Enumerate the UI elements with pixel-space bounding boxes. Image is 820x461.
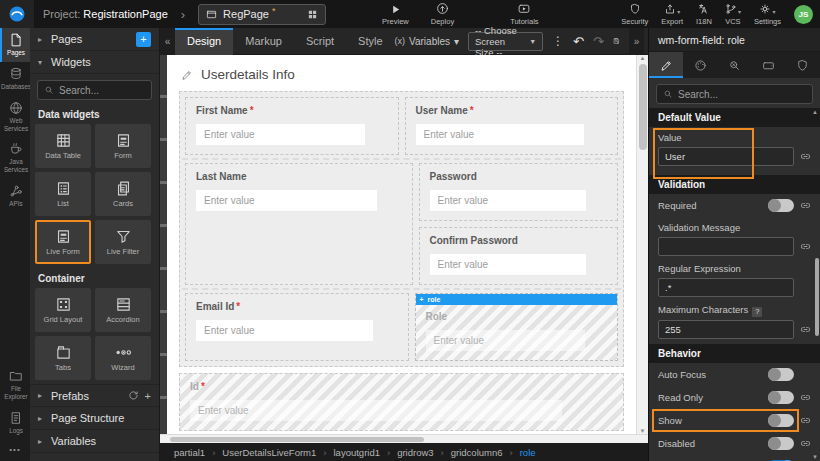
widget-tile[interactable]: Accordion <box>95 288 151 332</box>
scroll-up-icon[interactable]: ▲ <box>812 109 818 115</box>
behavior-toggle[interactable] <box>768 437 794 450</box>
breadcrumb-item[interactable]: UserDetailsLiveForm1 › <box>222 447 326 458</box>
bind-icon[interactable] <box>800 200 811 211</box>
widget-tile[interactable]: Live Filter <box>95 220 151 264</box>
canvas-mode-tab[interactable]: Script <box>294 28 346 55</box>
rail-item[interactable]: File Explorer <box>0 364 30 406</box>
settings-button[interactable]: ▾Settings <box>754 2 781 26</box>
field-confirm-password[interactable]: Confirm Password <box>419 227 619 285</box>
field-id-hidden[interactable]: Id* Enter value <box>179 373 624 431</box>
canvas-mode-tab[interactable]: Design <box>175 28 233 55</box>
breadcrumb-item[interactable]: layoutgrid1 › <box>334 447 391 458</box>
inspector-tab[interactable] <box>717 52 751 78</box>
property-search-input[interactable] <box>678 89 806 100</box>
screen-size-select[interactable]: -- Choose Screen Size -- ▼ <box>468 32 543 51</box>
variables-dropdown[interactable]: (x) Variables ▾ <box>395 36 459 47</box>
more-icon[interactable]: ••• <box>0 440 30 461</box>
variables-section-header[interactable]: ▸ Variables <box>30 430 159 453</box>
user-avatar[interactable]: JS <box>794 5 813 24</box>
widget-tile[interactable]: Grid Layout <box>35 288 91 332</box>
bind-icon[interactable] <box>800 324 811 335</box>
field-user-name[interactable]: User Name* <box>405 97 619 155</box>
widget-tile[interactable]: Wizard <box>95 336 151 380</box>
tutorials-button[interactable]: Tutorials <box>510 2 538 26</box>
inspector-tab[interactable] <box>683 52 717 78</box>
last-name-input[interactable] <box>196 190 377 211</box>
bind-icon[interactable] <box>800 392 811 403</box>
help-icon[interactable]: ? <box>752 307 762 317</box>
widget-tile[interactable]: Live Form <box>35 220 91 264</box>
inspector-tab[interactable] <box>649 52 683 78</box>
bind-icon[interactable] <box>800 151 811 162</box>
bind-icon[interactable] <box>800 241 811 252</box>
rail-item[interactable]: Logs <box>0 406 30 440</box>
behavior-toggle[interactable] <box>768 391 794 404</box>
behavior-toggle[interactable] <box>768 414 794 427</box>
save-page-icon[interactable] <box>613 34 620 48</box>
role-input[interactable]: Enter value <box>426 330 586 351</box>
more-options-icon[interactable]: ⋮ <box>552 34 564 48</box>
canvas-vertical-scrollbar[interactable]: ▲ ▼ <box>636 55 648 434</box>
prefabs-section-header[interactable]: ▸ Prefabs + <box>30 384 159 407</box>
canvas-mode-tab[interactable]: Style <box>346 28 394 55</box>
email-id-input[interactable] <box>196 320 373 341</box>
preview-button[interactable]: Preview <box>382 2 409 26</box>
first-name-input[interactable] <box>196 124 365 145</box>
widget-search-input[interactable] <box>59 85 145 96</box>
required-toggle[interactable] <box>768 199 794 212</box>
rail-item[interactable]: Pages <box>0 28 30 62</box>
page-structure-section-header[interactable]: ▸ Page Structure <box>30 407 159 430</box>
inspector-scrollbar-thumb[interactable] <box>815 258 819 336</box>
widget-tile[interactable]: Data Table <box>35 124 91 168</box>
bind-icon[interactable] <box>800 415 811 426</box>
validation-message-input[interactable] <box>658 237 794 256</box>
breadcrumb-item[interactable]: gridrow3 › <box>397 447 444 458</box>
rail-item[interactable]: Web Services <box>0 96 30 138</box>
field-email-id[interactable]: Email Id* <box>185 293 409 361</box>
page-tab-regpage[interactable]: RegPage* <box>198 4 326 25</box>
id-input[interactable]: Enter value <box>190 400 562 421</box>
value-input[interactable] <box>658 147 794 166</box>
dashboard-grid-icon[interactable] <box>307 9 318 20</box>
field-first-name[interactable]: First Name* <box>185 97 399 155</box>
canvas-horizontal-scrollbar[interactable] <box>160 434 648 443</box>
rail-item[interactable]: Databases <box>0 62 30 96</box>
scroll-up-icon[interactable]: ▲ <box>640 55 646 61</box>
breadcrumb-item[interactable]: gridcolumn6 › <box>451 447 513 458</box>
scrollbar-thumb[interactable] <box>170 437 424 442</box>
confirm-password-input[interactable] <box>430 254 586 275</box>
role-selection-bar[interactable]: + role <box>416 294 618 305</box>
add-prefab-icon[interactable]: + <box>145 390 151 402</box>
inspector-tab[interactable] <box>752 52 786 78</box>
behavior-toggle[interactable] <box>768 368 794 381</box>
pages-section-header[interactable]: ▸ Pages + <box>30 28 159 51</box>
regex-input[interactable] <box>658 278 794 297</box>
rail-item[interactable]: APIs <box>0 179 30 213</box>
add-page-button[interactable]: + <box>136 32 151 47</box>
breadcrumb-item[interactable]: partial1 › <box>174 447 215 458</box>
password-input[interactable] <box>430 190 586 211</box>
export-button[interactable]: ▾Export <box>661 2 683 26</box>
bind-icon[interactable] <box>800 438 811 449</box>
collapse-inspector-icon[interactable]: » <box>629 28 644 55</box>
i18n-button[interactable]: I18N <box>696 2 712 26</box>
field-last-name[interactable]: Last Name <box>185 163 413 285</box>
canvas-mode-tab[interactable]: Markup <box>233 28 294 55</box>
undo-icon[interactable]: ↶ <box>573 34 584 49</box>
vcs-button[interactable]: ▾VCS <box>725 2 741 26</box>
field-role-selected[interactable]: + role Role Enter value <box>415 293 619 361</box>
user-name-input[interactable] <box>416 124 585 145</box>
widget-tile[interactable]: List <box>35 172 91 216</box>
widget-tile[interactable]: Cards <box>95 172 151 216</box>
field-password[interactable]: Password <box>419 163 619 221</box>
collapse-widget-panel-icon[interactable]: « <box>160 28 175 55</box>
widget-tile[interactable]: Tabs <box>35 336 91 380</box>
rail-item[interactable]: Java Services <box>0 137 30 179</box>
max-chars-input[interactable] <box>658 320 794 339</box>
scrollbar-thumb[interactable] <box>639 64 647 150</box>
widgets-section-header[interactable]: ▾ Widgets <box>30 51 159 74</box>
deploy-button[interactable]: Deploy <box>431 2 454 26</box>
refresh-prefabs-icon[interactable] <box>128 390 139 401</box>
widget-tile[interactable]: Form <box>95 124 151 168</box>
scroll-down-icon[interactable]: ▼ <box>812 454 818 460</box>
